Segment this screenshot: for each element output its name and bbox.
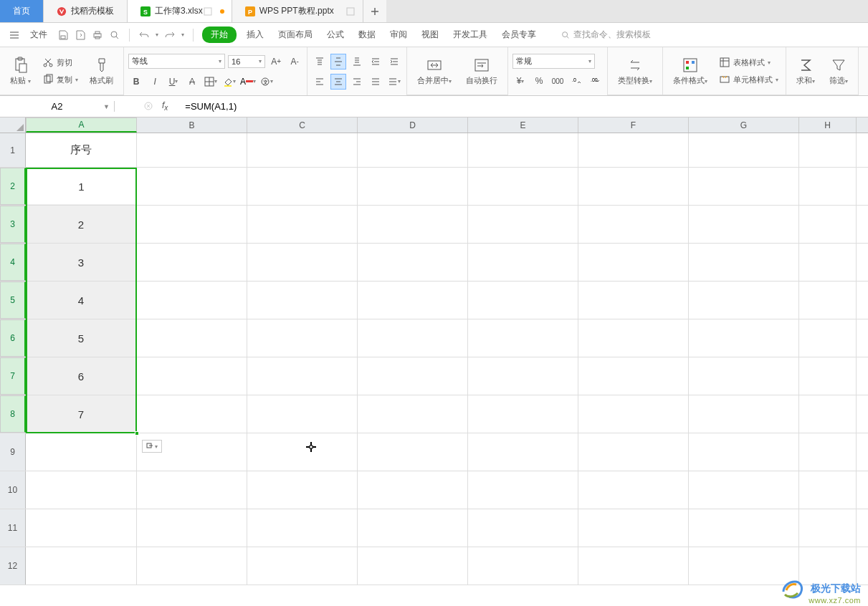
cell[interactable] bbox=[578, 133, 689, 167]
type-convert-button[interactable]: 类型转换▾ bbox=[612, 54, 658, 89]
tab-home[interactable]: 首页 bbox=[0, 0, 44, 22]
cell[interactable] bbox=[358, 244, 468, 281]
cell[interactable] bbox=[26, 433, 137, 471]
menu-insert[interactable]: 插入 bbox=[242, 29, 268, 41]
cell[interactable] bbox=[247, 395, 358, 433]
save-icon[interactable] bbox=[57, 29, 69, 41]
cell[interactable] bbox=[468, 547, 578, 585]
cell[interactable] bbox=[247, 282, 358, 319]
font-color-button[interactable]: A▾ bbox=[240, 74, 256, 90]
cell[interactable] bbox=[468, 471, 578, 509]
cell[interactable] bbox=[137, 357, 247, 395]
font-size-select[interactable]: 16▾ bbox=[228, 55, 265, 68]
decrease-decimal-button[interactable]: .00 bbox=[587, 73, 603, 89]
cell[interactable] bbox=[247, 133, 358, 167]
cell[interactable] bbox=[468, 133, 578, 167]
cell[interactable] bbox=[799, 357, 857, 395]
cell[interactable] bbox=[689, 319, 799, 357]
cell[interactable] bbox=[689, 433, 799, 471]
name-box-dropdown-icon[interactable]: ▼ bbox=[103, 103, 110, 110]
cell[interactable] bbox=[247, 433, 358, 471]
cell[interactable] bbox=[247, 244, 358, 281]
align-right-button[interactable] bbox=[349, 74, 365, 90]
row-header[interactable]: 10 bbox=[0, 471, 26, 509]
cell[interactable] bbox=[689, 133, 799, 167]
spreadsheet-grid[interactable]: A B C D E F G H 1序号213243546576879101112… bbox=[0, 117, 868, 585]
cell[interactable] bbox=[578, 244, 689, 281]
cell[interactable] bbox=[799, 433, 857, 471]
align-justify-button[interactable] bbox=[368, 74, 383, 90]
number-format-select[interactable]: 常规▾ bbox=[512, 54, 595, 69]
tab-new[interactable] bbox=[363, 0, 386, 22]
currency-button[interactable]: ¥▾ bbox=[512, 73, 528, 89]
cell[interactable] bbox=[358, 168, 468, 205]
name-box-input[interactable] bbox=[0, 101, 114, 112]
wrap-button[interactable]: 自动换行 bbox=[460, 54, 503, 89]
cell[interactable] bbox=[358, 471, 468, 509]
row-header[interactable]: 6 bbox=[0, 319, 26, 357]
cell[interactable] bbox=[578, 282, 689, 319]
menu-devtools[interactable]: 开发工具 bbox=[449, 29, 492, 41]
cell[interactable] bbox=[137, 319, 247, 357]
name-box[interactable]: ▼ bbox=[0, 101, 115, 112]
formula-input[interactable] bbox=[185, 101, 615, 112]
cell[interactable] bbox=[799, 282, 857, 319]
cell[interactable] bbox=[578, 206, 689, 243]
cell[interactable] bbox=[468, 206, 578, 243]
border-button[interactable]: ▾ bbox=[203, 74, 219, 90]
cell[interactable] bbox=[137, 282, 247, 319]
col-header-D[interactable]: D bbox=[358, 117, 468, 133]
cell[interactable] bbox=[358, 133, 468, 167]
cell[interactable]: 3 bbox=[26, 244, 137, 281]
redo-dropdown-icon[interactable]: ▾ bbox=[181, 32, 184, 38]
menu-data[interactable]: 数据 bbox=[354, 29, 380, 41]
cell-style-button[interactable]: 单元格样式▾ bbox=[716, 72, 781, 87]
paste-button[interactable]: 粘贴 ▾ bbox=[4, 54, 37, 89]
align-middle-button[interactable] bbox=[330, 54, 346, 69]
save-as-icon[interactable] bbox=[75, 29, 86, 41]
cell[interactable] bbox=[247, 509, 358, 547]
col-header-C[interactable]: C bbox=[247, 117, 358, 133]
select-all-corner[interactable] bbox=[0, 117, 26, 133]
merge-button[interactable]: 合并居中▾ bbox=[411, 54, 457, 89]
align-top-button[interactable] bbox=[312, 54, 328, 69]
tab-ppt[interactable]: P WPS PPT教程.pptx bbox=[232, 0, 363, 22]
cell[interactable] bbox=[137, 168, 247, 205]
align-bottom-button[interactable] bbox=[349, 54, 365, 69]
cell[interactable] bbox=[358, 547, 468, 585]
table-style-button[interactable]: 表格样式▾ bbox=[716, 55, 781, 69]
menu-review[interactable]: 审阅 bbox=[386, 29, 411, 41]
phonetic-button[interactable]: 文▾ bbox=[259, 74, 275, 90]
fx-icon[interactable]: fx bbox=[162, 100, 168, 112]
increase-decimal-button[interactable]: .0 bbox=[568, 73, 584, 89]
row-header[interactable]: 8 bbox=[0, 395, 26, 433]
tab-template[interactable]: 找稻壳模板 bbox=[44, 0, 128, 22]
row-header[interactable]: 2 bbox=[0, 168, 26, 205]
menu-pagelayout[interactable]: 页面布局 bbox=[274, 29, 317, 41]
cell[interactable] bbox=[578, 547, 689, 585]
bold-button[interactable]: B bbox=[128, 74, 144, 90]
cell[interactable] bbox=[358, 433, 468, 471]
cell[interactable]: 序号 bbox=[26, 133, 137, 167]
command-search[interactable]: 查找命令、搜索模板 bbox=[561, 29, 651, 41]
format-painter-button[interactable]: 格式刷 bbox=[84, 54, 119, 89]
cell[interactable] bbox=[578, 471, 689, 509]
align-left-button[interactable] bbox=[312, 74, 328, 90]
cell[interactable] bbox=[247, 357, 358, 395]
menu-hamburger-icon[interactable] bbox=[9, 29, 20, 41]
cell[interactable] bbox=[689, 357, 799, 395]
cell[interactable] bbox=[137, 471, 247, 509]
cell[interactable] bbox=[799, 509, 857, 547]
cell[interactable] bbox=[799, 471, 857, 509]
tab-popout-icon[interactable] bbox=[203, 6, 213, 16]
cell[interactable]: 6 bbox=[26, 357, 137, 395]
orientation-button[interactable]: ▾ bbox=[386, 74, 402, 90]
row-header[interactable]: 11 bbox=[0, 509, 26, 547]
cell[interactable] bbox=[26, 471, 137, 509]
cell[interactable] bbox=[247, 547, 358, 585]
cell[interactable] bbox=[468, 509, 578, 547]
row-header[interactable]: 5 bbox=[0, 282, 26, 319]
menu-file[interactable]: 文件 bbox=[26, 29, 52, 41]
indent-increase-button[interactable] bbox=[386, 54, 402, 69]
cell[interactable] bbox=[799, 319, 857, 357]
